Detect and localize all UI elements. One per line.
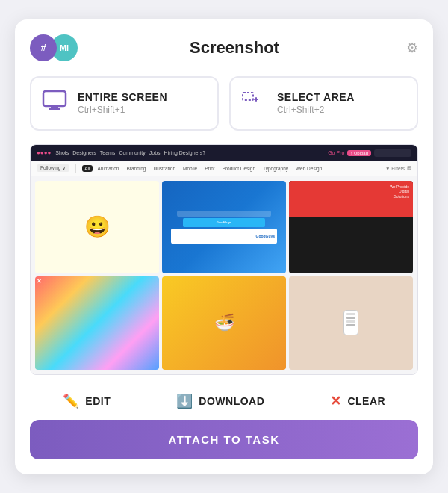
svg-rect-1 <box>51 106 58 108</box>
mockup-cell-6 <box>289 276 413 370</box>
svg-rect-3 <box>243 93 253 100</box>
select-area-text: SELECT AREA Ctrl+Shift+2 <box>277 91 355 115</box>
avatar-hashtag: # <box>30 34 57 61</box>
mockup-nav-jobs: Jobs <box>149 150 161 155</box>
mockup-nav-shots: Shots <box>55 150 69 155</box>
mockup-upload-btn: ↑ Upload <box>347 150 371 156</box>
action-bar: ✏️ EDIT ⬇️ DOWNLOAD ✕ CLEAR <box>30 385 418 420</box>
download-icon: ⬇️ <box>176 393 193 409</box>
svg-rect-2 <box>49 108 60 110</box>
page-title: Screenshot <box>78 38 391 58</box>
header: # MI Screenshot ⚙ <box>30 34 418 61</box>
mockup-gopro: Go Pro <box>328 150 344 155</box>
mockup-cell-3: We ProvideDigitalSolutions <box>289 181 413 274</box>
mockup-filters: Following ∨ All Animation Branding Illus… <box>31 161 417 176</box>
download-label: DOWNLOAD <box>199 395 264 407</box>
attach-to-task-button[interactable]: ATTACH TO TASK <box>30 420 418 459</box>
main-card: # MI Screenshot ⚙ ENTIRE SCREEN Ctrl+Shi… <box>15 19 433 474</box>
mockup-cell-2: GoodGuys GoodGuys <box>162 181 286 274</box>
mockup-filter-productdesign: Product Design <box>220 165 258 172</box>
mockup-filter-branding: Branding <box>124 165 148 172</box>
mockup-search-box <box>374 149 411 157</box>
edit-label: EDIT <box>85 395 111 407</box>
mockup-filter-mobile: Mobile <box>181 165 199 172</box>
edit-action[interactable]: ✏️ EDIT <box>63 393 111 409</box>
entire-screen-button[interactable]: ENTIRE SCREEN Ctrl+Shift+1 <box>30 76 219 131</box>
mockup-cell-1: 😀 <box>35 181 159 274</box>
mockup-filter-all: All <box>82 165 92 172</box>
mockup-filter-print: Print <box>202 165 217 172</box>
mockup-nav-designers: Designers <box>72 150 96 155</box>
mockup-following: Following ∨ <box>37 164 69 172</box>
settings-icon[interactable]: ⚙ <box>391 40 418 56</box>
mockup-browser: ●●●● Shots Designers Teams Community Job… <box>31 145 417 374</box>
mockup-filter-webdesign: Web Design <box>293 165 324 172</box>
entire-screen-shortcut: Ctrl+Shift+1 <box>78 105 167 115</box>
select-area-label: SELECT AREA <box>277 91 355 103</box>
mockup-filter-animation: Animation <box>96 165 122 172</box>
clear-action[interactable]: ✕ CLEAR <box>330 393 385 409</box>
select-area-icon <box>241 90 267 117</box>
select-area-button[interactable]: SELECT AREA Ctrl+Shift+2 <box>229 76 418 131</box>
mockup-grid-toggle: ⊞ <box>407 165 411 171</box>
mockup-filter-right: ▼ Filters ⊞ <box>385 165 411 171</box>
entire-screen-text: ENTIRE SCREEN Ctrl+Shift+1 <box>78 91 167 115</box>
mockup-logo: ●●●● <box>37 149 51 156</box>
mockup-cell-4: ✕ <box>35 276 159 370</box>
mockup-image-grid: 😀 GoodGuys GoodGuys We ProvideDigitalSol… <box>31 176 417 374</box>
mockup-nav-community: Community <box>119 150 145 155</box>
mockup-nav-hiring: Hiring Designers? <box>164 150 206 155</box>
mockup-filters-label: ▼ Filters <box>385 166 405 171</box>
mockup-nav-links: Shots Designers Teams Community Jobs Hir… <box>55 150 205 155</box>
select-area-shortcut: Ctrl+Shift+2 <box>277 105 355 115</box>
capture-options: ENTIRE SCREEN Ctrl+Shift+1 SELECT AREA C… <box>30 76 418 131</box>
edit-icon: ✏️ <box>63 393 80 409</box>
mockup-navbar: ●●●● Shots Designers Teams Community Job… <box>31 145 417 161</box>
mockup-nav-teams: Teams <box>100 150 116 155</box>
phone-mockup-icon <box>343 310 358 335</box>
mockup-filter-illustration: Illustration <box>151 165 178 172</box>
svg-rect-0 <box>43 91 66 106</box>
download-action[interactable]: ⬇️ DOWNLOAD <box>176 393 265 409</box>
mockup-nav-right: Go Pro ↑ Upload <box>328 149 411 157</box>
mockup-filter-typography: Typography <box>261 165 290 172</box>
clear-icon: ✕ <box>330 393 342 409</box>
monitor-icon <box>42 90 67 117</box>
mockup-cell-5: 🍜 <box>162 276 286 370</box>
entire-screen-label: ENTIRE SCREEN <box>78 91 167 103</box>
clear-label: CLEAR <box>347 395 385 407</box>
avatar-group: # MI <box>30 34 78 61</box>
screenshot-preview: ●●●● Shots Designers Teams Community Job… <box>30 144 418 375</box>
